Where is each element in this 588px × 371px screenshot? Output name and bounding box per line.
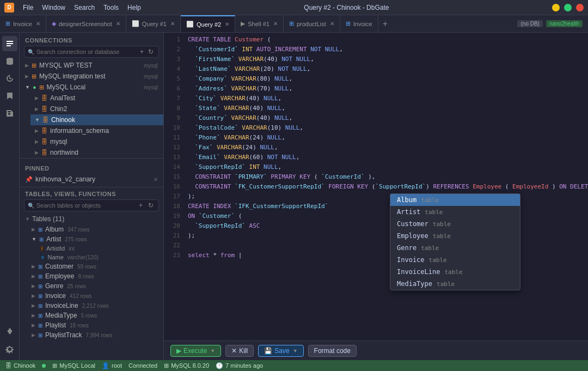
search-icon: 🔍 bbox=[28, 203, 34, 209]
tab-invoice[interactable]: ⊞ Invoice ✕ bbox=[0, 15, 46, 33]
format-button[interactable]: Format code bbox=[308, 345, 357, 357]
window-title: Query #2 - Chinook - DbGate bbox=[150, 4, 543, 11]
conn-mysql-local[interactable]: ▼ ● ⊞ MySQL Local mysql bbox=[20, 82, 163, 93]
history-icon[interactable] bbox=[2, 71, 17, 86]
db-mysql[interactable]: ▶ 🗄 mysql bbox=[30, 136, 163, 147]
tab-invoice2[interactable]: ⊞ Invoice bbox=[340, 15, 378, 33]
tables-search-input[interactable] bbox=[36, 202, 135, 209]
db-analtest[interactable]: ▶ 🗄 AnalTest bbox=[30, 93, 163, 104]
table-icon: ⊞ bbox=[38, 313, 42, 319]
db-information-schema[interactable]: ▶ 🗄 information_schema bbox=[30, 125, 163, 136]
autocomplete-item-album[interactable]: Album table bbox=[390, 194, 520, 206]
save-icon: 💾 bbox=[264, 347, 272, 355]
close-icon[interactable]: ✕ bbox=[225, 21, 229, 27]
pinned-header: PINNED bbox=[20, 161, 163, 174]
db-selector[interactable]: (no DB) nano2health bbox=[512, 20, 588, 27]
tab-query1[interactable]: ⬜ Query #1 ✕ bbox=[126, 15, 181, 33]
close-icon[interactable]: ✕ bbox=[36, 21, 40, 27]
autocomplete-item-genre[interactable]: Genre table bbox=[390, 242, 520, 254]
table-genre[interactable]: ▶ ⊞ Genre 25 rows bbox=[20, 281, 163, 291]
active-db-badge[interactable]: nano2health bbox=[546, 20, 583, 27]
menu-help[interactable]: Help bbox=[127, 4, 141, 11]
table-customer[interactable]: ▶ ⊞ Customer 59 rows bbox=[20, 261, 163, 271]
tab-bar: ⊞ Invoice ✕ ◈ designerScreenshot ✕ ⬜ Que… bbox=[0, 15, 588, 33]
int-type-icon: i bbox=[40, 246, 44, 251]
table-icon: ⊞ bbox=[39, 236, 44, 242]
menu-file[interactable]: File bbox=[23, 4, 33, 11]
app-icon: D bbox=[4, 3, 14, 13]
code-container: 1234567891011121314151617181920212223 CR… bbox=[164, 33, 588, 340]
tables-group-header[interactable]: ▼ Tables (11) bbox=[20, 214, 163, 224]
no-db-badge[interactable]: (no DB) bbox=[517, 20, 542, 27]
save-button[interactable]: 💾 Save ▼ bbox=[258, 345, 303, 357]
col-name[interactable]: s Name varchar(120) bbox=[20, 253, 163, 261]
conn-mysql-wp-test[interactable]: ▶ ⊞ MYSQL WP TEST mysql bbox=[20, 60, 163, 71]
db-chin2[interactable]: ▶ 🗄 Chin2 bbox=[30, 104, 163, 114]
refresh-tables-button[interactable]: ↻ bbox=[146, 201, 155, 210]
tables-search-bar[interactable]: 🔍 + ↻ bbox=[24, 199, 159, 211]
db-chinook[interactable]: ▼ 🗄 Chinook bbox=[30, 114, 163, 125]
menu-search[interactable]: Search bbox=[74, 4, 95, 11]
tab-add-button[interactable]: + bbox=[378, 19, 392, 29]
maximize-button[interactable] bbox=[564, 4, 572, 11]
tab-query2[interactable]: ⬜ Query #2 ✕ bbox=[181, 15, 235, 33]
menu-window[interactable]: Window bbox=[42, 4, 65, 11]
close-button[interactable] bbox=[576, 4, 584, 11]
tab-product-list[interactable]: ⊞ productList ✕ bbox=[284, 15, 340, 33]
db-icon: ⊞ bbox=[52, 362, 57, 369]
close-icon[interactable]: ✕ bbox=[170, 21, 175, 27]
window-controls bbox=[552, 4, 584, 11]
status-bar: 🗄 Chinook ⊞ MySQL Local 👤 root Connected… bbox=[0, 360, 588, 371]
pinned-close-button[interactable]: ✕ bbox=[154, 177, 158, 183]
conn-mysql-integration[interactable]: ▶ ⊞ MySQL integration test mysql bbox=[20, 71, 163, 82]
bookmarks-icon[interactable] bbox=[2, 88, 17, 104]
table-invoiceline[interactable]: ▶ ⊞ InvoiceLine 2,212 rows bbox=[20, 301, 163, 311]
plugins-icon[interactable] bbox=[2, 324, 17, 339]
kill-button[interactable]: ✕ Kill bbox=[225, 345, 254, 357]
table-employee[interactable]: ▶ ⊞ Employee 8 rows bbox=[20, 271, 163, 281]
col-artistid[interactable]: i ArtistId int bbox=[20, 244, 163, 253]
settings-icon[interactable] bbox=[2, 342, 17, 357]
table-playlist[interactable]: ▶ ⊞ Playlist 18 rows bbox=[20, 320, 163, 330]
autocomplete-item-invoiceline[interactable]: InvoiceLine table bbox=[390, 266, 520, 278]
close-icon[interactable]: ✕ bbox=[273, 21, 278, 27]
autocomplete-item-mediatype[interactable]: MediaType table bbox=[390, 278, 520, 290]
autocomplete-item-artist[interactable]: Artist table bbox=[390, 206, 520, 218]
close-icon[interactable]: ✕ bbox=[330, 21, 334, 27]
code-editor[interactable]: CREATE TABLE Customer ( `CustomerId` INT… bbox=[183, 35, 588, 338]
autocomplete-item-customer[interactable]: Customer table bbox=[390, 218, 520, 230]
connections-icon[interactable] bbox=[2, 36, 17, 51]
close-icon[interactable]: ✕ bbox=[116, 21, 120, 27]
tab-designer-screenshot[interactable]: ◈ designerScreenshot ✕ bbox=[46, 15, 126, 33]
table-artist[interactable]: ▼ ⊞ Artist 275 rows bbox=[20, 234, 163, 244]
play-icon: ▶ bbox=[176, 347, 181, 355]
execute-button[interactable]: ▶ Execute ▼ bbox=[170, 345, 221, 357]
execute-dropdown-icon[interactable]: ▼ bbox=[210, 348, 215, 354]
refresh-connections-button[interactable]: ↻ bbox=[146, 47, 155, 56]
editor-scroll[interactable]: 1234567891011121314151617181920212223 CR… bbox=[164, 33, 588, 340]
tab-shell1[interactable]: ▶ Shell #1 ✕ bbox=[235, 15, 284, 33]
add-connection-button[interactable]: + bbox=[138, 47, 145, 56]
db-northwind[interactable]: ▶ 🗄 northwind bbox=[30, 147, 163, 158]
autocomplete-item-employee[interactable]: Employee table bbox=[390, 230, 520, 242]
connection-search-input[interactable] bbox=[36, 48, 136, 55]
table-mediatype[interactable]: ▶ ⊞ MediaType 5 rows bbox=[20, 311, 163, 320]
connections-header: CONNECTIONS bbox=[20, 33, 163, 46]
table-playlisttrack[interactable]: ▶ ⊞ PlaylistTrack 7,994 rows bbox=[20, 330, 163, 340]
line-numbers: 1234567891011121314151617181920212223 bbox=[164, 35, 183, 338]
menu-tools[interactable]: Tools bbox=[103, 4, 119, 11]
database-icon[interactable] bbox=[2, 53, 17, 69]
table-icon: ⊞ bbox=[38, 273, 42, 279]
table-icon: ⊞ bbox=[38, 332, 42, 338]
add-table-button[interactable]: + bbox=[137, 201, 144, 210]
status-user: 👤 root bbox=[102, 362, 122, 369]
save-icon[interactable] bbox=[2, 106, 17, 121]
pinned-item[interactable]: 📌 knihovna_v2_canary ✕ bbox=[20, 174, 163, 185]
minimize-button[interactable] bbox=[552, 4, 560, 11]
connection-search-bar[interactable]: 🔍 + ↻ bbox=[24, 46, 159, 58]
table-album[interactable]: ▶ ⊞ Album 347 rows bbox=[20, 224, 163, 234]
mysql-icon: ⊞ bbox=[164, 362, 169, 369]
table-invoice[interactable]: ▶ ⊞ Invoice 412 rows bbox=[20, 291, 163, 301]
save-dropdown-icon[interactable]: ▼ bbox=[293, 348, 298, 354]
autocomplete-item-invoice[interactable]: Invoice table bbox=[390, 254, 520, 266]
